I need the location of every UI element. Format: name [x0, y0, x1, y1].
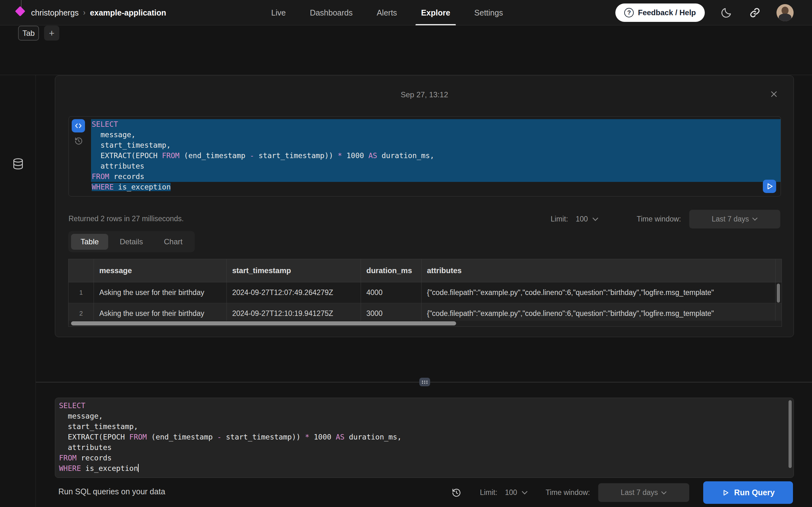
result-status: Returned 2 rows in 27 milliseconds. [68, 215, 184, 223]
editor-scrollbar-thumb[interactable] [789, 400, 792, 468]
share-link-button[interactable] [748, 6, 762, 20]
tab-bar [0, 26, 812, 75]
breadcrumb-project[interactable]: example-application [90, 8, 166, 17]
executed-sql-text[interactable]: SELECT message, start_timestamp, EXTRACT… [91, 117, 780, 196]
sql-gutter [69, 117, 91, 196]
sql-editor-text[interactable]: SELECT message, start_timestamp, EXTRACT… [55, 398, 794, 474]
breadcrumb: christophergs › example-application [31, 0, 166, 25]
query-history-button[interactable] [450, 486, 463, 500]
user-avatar[interactable] [776, 4, 794, 21]
history-icon [74, 136, 84, 146]
split-drag-handle[interactable] [419, 378, 430, 386]
time-window-label: Time window: [546, 488, 590, 497]
dark-mode-toggle[interactable] [719, 6, 733, 20]
column-header-attributes: attributes [421, 259, 775, 282]
schema-browser-button[interactable] [11, 157, 26, 171]
query-result-card: Sep 27, 13:12 SELECT message, start_time… [55, 75, 794, 337]
close-button[interactable] [768, 89, 780, 100]
nav-item-settings[interactable]: Settings [474, 0, 503, 25]
link-icon [749, 7, 761, 19]
grip-dots-icon [421, 380, 428, 385]
time-window-label: Time window: [637, 215, 681, 223]
sql-editor[interactable]: SELECT message, start_timestamp, EXTRACT… [55, 398, 794, 478]
left-sidebar [0, 75, 36, 507]
question-icon: ? [624, 8, 634, 17]
query-timestamp: Sep 27, 13:12 [55, 90, 794, 99]
rownum: 1 [68, 282, 94, 303]
column-header-empty [68, 259, 94, 282]
cell-duration-ms: 4000 [361, 282, 421, 303]
nav-item-live[interactable]: Live [271, 0, 286, 25]
query-tab[interactable]: Tab [18, 26, 39, 41]
history-icon [451, 487, 462, 498]
nav-right: ? Feedback / Help [615, 0, 794, 25]
view-tab-chart[interactable]: Chart [154, 234, 192, 250]
run-query-label: Run Query [734, 488, 775, 497]
feedback-help-label: Feedback / Help [638, 8, 696, 17]
time-window-value: Last 7 days [712, 215, 749, 223]
footer-controls: Limit: 100 Time window: Last 7 days Run … [450, 478, 793, 507]
time-window-select[interactable]: Last 7 days [598, 483, 689, 502]
cell-attributes: {"code.filepath":"example.py","code.line… [421, 282, 775, 303]
close-icon [770, 90, 778, 98]
result-controls: Limit: 100 Time window: Last 7 days [551, 210, 780, 228]
chevron-down-icon [752, 217, 758, 221]
limit-value[interactable]: 100 [505, 488, 517, 497]
column-header-duration_ms: duration_ms [361, 259, 421, 282]
table-header-row: messagestart_timestampduration_msattribu… [68, 259, 781, 282]
play-icon [765, 182, 774, 190]
content-divider [0, 75, 812, 75]
database-icon [11, 157, 25, 171]
logfire-logo-icon[interactable] [15, 6, 26, 16]
chevron-down-icon [661, 491, 667, 495]
chevron-right-icon: › [83, 8, 85, 17]
footer-bar: Run SQL queries on your data Limit: 100 … [36, 478, 812, 507]
limit-label: Limit: [551, 215, 568, 223]
code-icon [74, 122, 83, 130]
run-query-button[interactable]: Run Query [703, 481, 793, 504]
chevron-down-icon[interactable] [521, 491, 528, 495]
footer-hint: Run SQL queries on your data [58, 487, 165, 496]
nav-item-dashboards[interactable]: Dashboards [310, 0, 353, 25]
play-icon [722, 489, 729, 497]
column-header-start_timestamp: start_timestamp [227, 259, 361, 282]
horizontal-scrollbar-thumb[interactable] [71, 321, 456, 326]
column-header-message: message [94, 259, 227, 282]
add-tab-button[interactable]: + [44, 26, 59, 41]
logo-needle [21, 0, 21, 8]
view-tab-details[interactable]: Details [110, 234, 152, 250]
breadcrumb-org[interactable]: christophergs [31, 8, 79, 17]
nav-item-explore[interactable]: Explore [421, 0, 450, 25]
rerun-query-button[interactable] [763, 180, 776, 193]
table-row[interactable]: 1Asking the user for their birthday2024-… [68, 282, 781, 303]
results-table: messagestart_timestampduration_msattribu… [68, 259, 782, 327]
cell-message: Asking the user for their birthday [94, 282, 227, 303]
moon-icon [720, 7, 732, 19]
chevron-down-icon[interactable] [592, 217, 599, 221]
time-window-select[interactable]: Last 7 days [689, 210, 780, 228]
limit-label: Limit: [480, 488, 497, 497]
view-tab-table[interactable]: Table [71, 234, 108, 250]
feedback-help-button[interactable]: ? Feedback / Help [615, 3, 705, 22]
cell-start-timestamp: 2024-09-27T12:07:49.264279Z [227, 282, 361, 303]
view-tabs: TableDetailsChart [68, 231, 195, 252]
column-header-empty [775, 259, 782, 282]
limit-value[interactable]: 100 [576, 215, 588, 223]
time-window-value: Last 7 days [621, 488, 658, 497]
horizontal-scrollbar [69, 321, 782, 326]
nav-links: LiveDashboardsAlertsExploreSettings [271, 0, 503, 25]
query-history-button[interactable] [74, 136, 84, 146]
top-nav: christophergs › example-application Live… [0, 0, 812, 25]
executed-sql-block[interactable]: SELECT message, start_timestamp, EXTRACT… [68, 116, 781, 196]
code-button[interactable] [72, 119, 85, 132]
table-vertical-scrollbar-thumb[interactable] [777, 284, 780, 302]
nav-item-alerts[interactable]: Alerts [377, 0, 397, 25]
